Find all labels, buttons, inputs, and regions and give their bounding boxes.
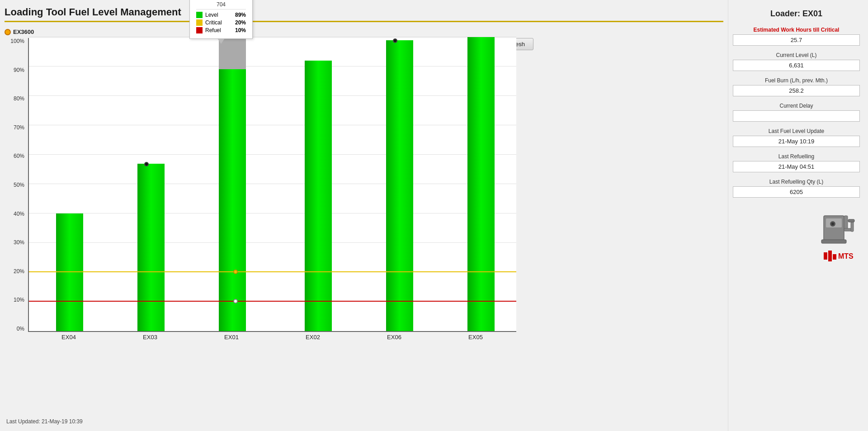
mts-logo: MTS bbox=[733, 250, 860, 262]
y-label-70: 70% bbox=[5, 124, 24, 131]
tooltip-key-level: Level bbox=[205, 12, 231, 18]
y-axis: 0% 10% 20% 30% 40% 50% 60% 70% 80% 90% 1… bbox=[5, 38, 26, 332]
sidebar-value-current-delay bbox=[733, 110, 860, 122]
black-dot-ex06 bbox=[393, 38, 397, 43]
mts-logo-icon: MTS bbox=[824, 250, 860, 262]
sidebar-label-last-refuelling: Last Refuelling bbox=[733, 153, 860, 160]
tooltip-row-level: Level 89% bbox=[196, 12, 246, 18]
tooltip-row-critical: Critical 20% bbox=[196, 19, 246, 26]
tooltip-key-critical: Critical bbox=[205, 19, 231, 26]
sidebar-value-last-refuelling-qty: 6205 bbox=[733, 186, 860, 198]
refuel-threshold-line bbox=[29, 301, 516, 302]
sidebar-loader-label: Loader: bbox=[770, 9, 800, 18]
x-axis: EX04 EX03 EX01 EX02 EX06 EX05 bbox=[28, 334, 516, 341]
sidebar-label-current-level: Current Level (L) bbox=[733, 52, 860, 58]
grid-line-90 bbox=[29, 66, 516, 66]
y-label-20: 20% bbox=[5, 268, 24, 275]
black-dot-ex03 bbox=[144, 162, 149, 166]
grid-line-70 bbox=[29, 125, 516, 125]
sidebar-field-current-level: Current Level (L) 6,631 bbox=[733, 52, 860, 71]
grid-line-80 bbox=[29, 95, 516, 96]
tooltip-color-level bbox=[196, 12, 203, 18]
svg-rect-5 bbox=[848, 219, 854, 222]
main-container: Loading Tool Fuel Level Management EX360… bbox=[0, 0, 868, 431]
critical-threshold-line bbox=[29, 271, 516, 272]
y-label-50: 50% bbox=[5, 182, 24, 188]
sidebar-field-fuel-burn: Fuel Burn (L/h, prev. Mth.) 258.2 bbox=[733, 77, 860, 96]
tooltip-color-refuel bbox=[196, 27, 203, 33]
y-label-10: 10% bbox=[5, 297, 24, 303]
x-label-ex02: EX02 bbox=[295, 334, 331, 341]
tooltip-row-refuel: Refuel 10% bbox=[196, 27, 246, 33]
y-label-30: 30% bbox=[5, 239, 24, 246]
x-label-ex03: EX03 bbox=[132, 334, 168, 341]
sidebar-value-est-work-hours: 25.7 bbox=[733, 34, 860, 46]
x-label-ex06: EX06 bbox=[376, 334, 412, 341]
tooltip-arrow-icon bbox=[217, 38, 225, 44]
sidebar-label-est-work-hours: Estimated Work Hours till Critical bbox=[733, 27, 860, 33]
grid-line-50 bbox=[29, 184, 516, 184]
sidebar-value-current-level: 6,631 bbox=[733, 60, 860, 71]
svg-point-8 bbox=[831, 223, 834, 225]
fuel-pump-area bbox=[733, 207, 860, 247]
red-dot-ex01 bbox=[233, 299, 238, 303]
svg-text:MTS: MTS bbox=[838, 252, 854, 260]
sidebar-label-current-delay: Current Delay bbox=[733, 103, 860, 109]
bar-ex06 bbox=[382, 40, 418, 331]
y-label-40: 40% bbox=[5, 211, 24, 217]
tooltip-val-refuel: 10% bbox=[235, 27, 246, 33]
sidebar-field-last-refuelling-qty: Last Refuelling Qty (L) 6205 bbox=[733, 179, 860, 198]
footer-last-updated: Last Updated: 21-May-19 10:39 bbox=[6, 418, 83, 425]
sidebar-loader-name: EX01 bbox=[802, 9, 822, 18]
tooltip-color-critical bbox=[196, 19, 203, 26]
tooltip-val-critical: 20% bbox=[235, 19, 246, 26]
x-label-ex04: EX04 bbox=[51, 334, 87, 341]
svg-rect-6 bbox=[821, 240, 846, 243]
tooltip-key-refuel: Refuel bbox=[205, 27, 231, 33]
grid-line-100 bbox=[29, 37, 516, 37]
x-label-ex05: EX05 bbox=[458, 334, 494, 341]
bar-ex04 bbox=[52, 213, 88, 331]
sidebar-field-last-fuel-update: Last Fuel Level Update 21-May 10:19 bbox=[733, 128, 860, 147]
svg-rect-2 bbox=[844, 216, 848, 229]
y-label-60: 60% bbox=[5, 153, 24, 159]
y-label-90: 90% bbox=[5, 67, 24, 73]
grid-line-60 bbox=[29, 154, 516, 155]
x-label-ex01: EX01 bbox=[213, 334, 250, 341]
sidebar-label-fuel-burn: Fuel Burn (L/h, prev. Mth.) bbox=[733, 77, 860, 84]
loader-selector-label[interactable]: EX3600 bbox=[13, 28, 34, 35]
y-label-0: 0% bbox=[5, 326, 24, 332]
bar-ex03 bbox=[133, 164, 169, 331]
sidebar-label-last-fuel-update: Last Fuel Level Update bbox=[733, 128, 860, 134]
page-title: Loading Tool Fuel Level Management bbox=[5, 6, 723, 22]
fuel-pump-icon bbox=[819, 207, 860, 247]
svg-rect-10 bbox=[828, 251, 832, 261]
sidebar-field-current-delay: Current Delay bbox=[733, 103, 860, 122]
sidebar-value-fuel-burn: 258.2 bbox=[733, 85, 860, 96]
chart-section: Loading Tool Fuel Level Management EX360… bbox=[0, 0, 728, 431]
chart-wrapper: 0% 10% 20% 30% 40% 50% 60% 70% 80% 90% 1… bbox=[5, 38, 524, 346]
y-label-100: 100% bbox=[5, 38, 24, 44]
sidebar-field-est-work-hours: Estimated Work Hours till Critical 25.7 bbox=[733, 27, 860, 46]
grid-line-40 bbox=[29, 213, 516, 213]
plot-area: 704 Level 89% Critical 20% bbox=[28, 38, 516, 332]
svg-rect-9 bbox=[824, 252, 827, 260]
grid-line-30 bbox=[29, 242, 516, 243]
bar-ex05 bbox=[463, 37, 499, 331]
bar-ex02 bbox=[300, 61, 336, 331]
sidebar-field-last-refuelling: Last Refuelling 21-May 04:51 bbox=[733, 153, 860, 172]
tooltip-val-level: 89% bbox=[235, 12, 246, 18]
sidebar-value-last-refuelling: 21-May 04:51 bbox=[733, 161, 860, 172]
sidebar-loader-title: Loader: EX01 bbox=[733, 9, 860, 19]
loader-dot-icon bbox=[5, 29, 11, 35]
bar-ex01 bbox=[219, 37, 246, 331]
y-label-80: 80% bbox=[5, 95, 24, 102]
sidebar-value-last-fuel-update: 21-May 10:19 bbox=[733, 136, 860, 147]
sidebar: Loader: EX01 Estimated Work Hours till C… bbox=[728, 0, 868, 431]
sidebar-label-last-refuelling-qty: Last Refuelling Qty (L) bbox=[733, 179, 860, 185]
tooltip: 704 Level 89% Critical 20% bbox=[189, 0, 253, 39]
svg-rect-11 bbox=[833, 254, 836, 260]
yellow-dot-ex01 bbox=[233, 270, 238, 274]
tooltip-title: 704 bbox=[196, 1, 246, 9]
